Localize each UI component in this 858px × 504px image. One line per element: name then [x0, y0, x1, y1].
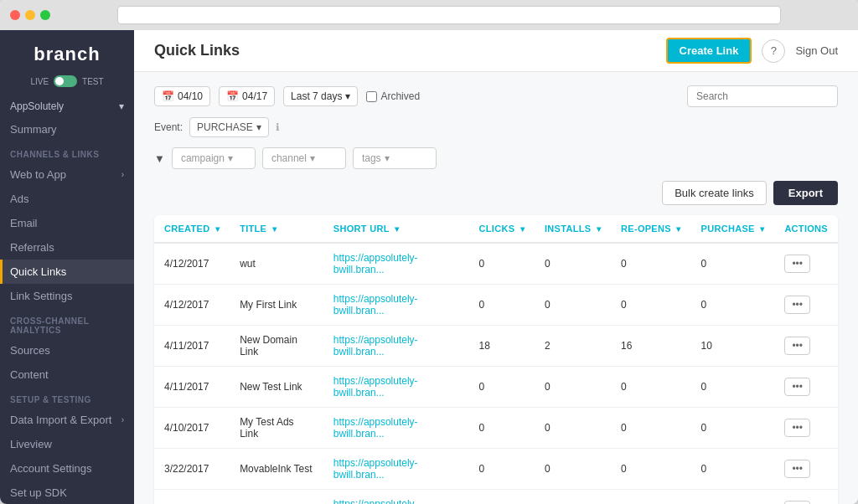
minimize-button[interactable]: [25, 10, 35, 20]
col-purchase[interactable]: PURCHASE ▾: [691, 215, 775, 243]
cell-url-6[interactable]: https://appsolutely-bwill.bran...: [323, 490, 469, 505]
url-bar[interactable]: [117, 6, 781, 24]
chevron-down-icon-range: ▾: [345, 90, 350, 102]
row-action-button-0[interactable]: •••: [784, 255, 810, 273]
chevron-down-icon-channel: ▾: [310, 152, 315, 164]
help-button[interactable]: ?: [762, 39, 785, 63]
sort-icon-purchase: ▾: [760, 224, 764, 234]
sidebar-item-account-settings[interactable]: Account Settings: [0, 456, 134, 481]
sidebar-item-summary[interactable]: Summary: [0, 117, 134, 141]
cell-url-2[interactable]: https://appsolutely-bwill.bran...: [323, 326, 469, 367]
cell-installs-3: 0: [535, 367, 611, 408]
cell-title-2: New Domain Link: [230, 326, 323, 367]
row-action-button-4[interactable]: •••: [784, 419, 810, 437]
row-action-button-5[interactable]: •••: [784, 460, 810, 478]
header-actions: Create Link ? Sign Out: [666, 38, 838, 64]
sidebar-section-channels: CHANNELS & LINKS: [0, 141, 134, 162]
cell-url-1[interactable]: https://appsolutely-bwill.bran...: [323, 285, 469, 326]
cell-installs-2: 2: [535, 326, 611, 367]
table-row: 4/12/2017 My First Link https://appsolut…: [154, 285, 838, 326]
bulk-create-button[interactable]: Bulk create links: [662, 181, 767, 205]
col-created[interactable]: CREATED ▾: [154, 215, 230, 243]
calendar-icon-to: 📅: [226, 90, 239, 102]
table-row: 3/22/2017 MovableInk Test https://appsol…: [154, 449, 838, 490]
row-action-button-1[interactable]: •••: [784, 296, 810, 314]
short-url-link-4[interactable]: https://appsolutely-bwill.bran...: [333, 416, 418, 440]
short-url-link-1[interactable]: https://appsolutely-bwill.bran...: [333, 293, 418, 316]
archived-checkbox-label[interactable]: Archived: [366, 90, 420, 102]
short-url-link-3[interactable]: https://appsolutely-bwill.bran...: [333, 375, 418, 399]
tags-filter[interactable]: tags ▾: [353, 147, 437, 169]
cell-purchase-6: 0: [691, 490, 775, 505]
cell-reopens-6: 0: [611, 490, 691, 505]
cell-url-4[interactable]: https://appsolutely-bwill.bran...: [323, 408, 469, 449]
sidebar-item-data-import[interactable]: Data Import & Export ›: [0, 408, 134, 432]
cell-clicks-2: 18: [469, 326, 535, 367]
search-input[interactable]: [687, 85, 838, 107]
toggle-track[interactable]: [54, 75, 77, 87]
event-select[interactable]: PURCHASE ▾: [189, 117, 269, 137]
sidebar-item-email[interactable]: Email: [0, 211, 134, 235]
cell-reopens-2: 16: [611, 326, 691, 367]
date-from-input[interactable]: 📅 04/10: [154, 86, 210, 106]
cell-created-6: 3/10/2017: [154, 490, 230, 505]
campaign-filter[interactable]: campaign ▾: [172, 147, 256, 169]
sign-out-button[interactable]: Sign Out: [795, 44, 838, 57]
cell-installs-1: 0: [535, 285, 611, 326]
cell-url-3[interactable]: https://appsolutely-bwill.bran...: [323, 367, 469, 408]
sidebar: branch LIVE TEST AppSolutely ▾ Summary C…: [0, 30, 134, 504]
main-content-area: Quick Links Create Link ? Sign Out 📅 04/…: [134, 30, 858, 504]
calendar-icon-from: 📅: [162, 90, 174, 102]
cell-title-0: wut: [230, 243, 323, 285]
short-url-link-5[interactable]: https://appsolutely-bwill.bran...: [333, 457, 418, 481]
col-clicks[interactable]: CLICKS ▾: [469, 215, 535, 243]
table-row: 4/12/2017 wut https://appsolutely-bwill.…: [154, 243, 838, 285]
sidebar-item-sources[interactable]: Sources: [0, 338, 134, 363]
col-reopens[interactable]: RE-OPENS ▾: [611, 215, 691, 243]
channel-filter[interactable]: channel ▾: [262, 147, 346, 169]
cell-clicks-4: 0: [469, 408, 535, 449]
close-button[interactable]: [10, 10, 20, 20]
cell-title-3: New Test Link: [230, 367, 323, 408]
cell-created-0: 4/12/2017: [154, 243, 230, 285]
sidebar-app-name[interactable]: AppSolutely ▾: [0, 95, 134, 117]
archived-checkbox[interactable]: [366, 91, 377, 102]
row-action-button-2[interactable]: •••: [784, 337, 810, 355]
col-installs[interactable]: INSTALLS ▾: [535, 215, 611, 243]
cell-actions-4: •••: [774, 408, 838, 449]
short-url-link-2[interactable]: https://appsolutely-bwill.bran...: [333, 334, 418, 357]
col-title[interactable]: TITLE ▾: [230, 215, 323, 243]
date-to-input[interactable]: 📅 04/17: [219, 86, 275, 106]
sidebar-logo: branch: [0, 30, 134, 72]
cell-reopens-0: 0: [611, 243, 691, 285]
cell-created-4: 4/10/2017: [154, 408, 230, 449]
cell-url-5[interactable]: https://appsolutely-bwill.bran...: [323, 449, 469, 490]
sort-icon-reopens: ▾: [676, 224, 680, 234]
maximize-button[interactable]: [40, 10, 50, 20]
live-label: LIVE: [30, 77, 49, 86]
short-url-link-0[interactable]: https://appsolutely-bwill.bran...: [333, 252, 418, 275]
chevron-down-icon: ▾: [119, 100, 124, 112]
row-action-button-3[interactable]: •••: [784, 378, 810, 396]
sidebar-item-content[interactable]: Content: [0, 363, 134, 387]
create-link-button[interactable]: Create Link: [666, 38, 752, 64]
short-url-link-6[interactable]: https://appsolutely-bwill.bran...: [333, 498, 418, 504]
chevron-down-icon-event: ▾: [256, 121, 261, 133]
sidebar-item-setup-sdk[interactable]: Set up SDK: [0, 481, 134, 504]
export-button[interactable]: Export: [773, 181, 838, 205]
sidebar-item-ads[interactable]: Ads: [0, 187, 134, 211]
event-row: Event: PURCHASE ▾ ℹ: [154, 117, 838, 137]
sidebar-item-liveview[interactable]: Liveview: [0, 432, 134, 456]
sidebar-item-referrals[interactable]: Referrals: [0, 235, 134, 260]
row-action-button-6[interactable]: •••: [784, 501, 810, 504]
sidebar-item-web-to-app[interactable]: Web to App ›: [0, 162, 134, 187]
live-test-toggle[interactable]: LIVE TEST: [0, 72, 134, 95]
cell-url-0[interactable]: https://appsolutely-bwill.bran...: [323, 243, 469, 285]
sidebar-item-link-settings[interactable]: Link Settings: [0, 284, 134, 308]
cell-created-1: 4/12/2017: [154, 285, 230, 326]
col-short-url[interactable]: SHORT URL ▾: [323, 215, 469, 243]
toggle-thumb: [55, 77, 64, 85]
date-range-select[interactable]: Last 7 days ▾: [283, 86, 358, 106]
table-row: 4/11/2017 New Domain Link https://appsol…: [154, 326, 838, 367]
sidebar-item-quick-links[interactable]: Quick Links: [0, 260, 134, 284]
